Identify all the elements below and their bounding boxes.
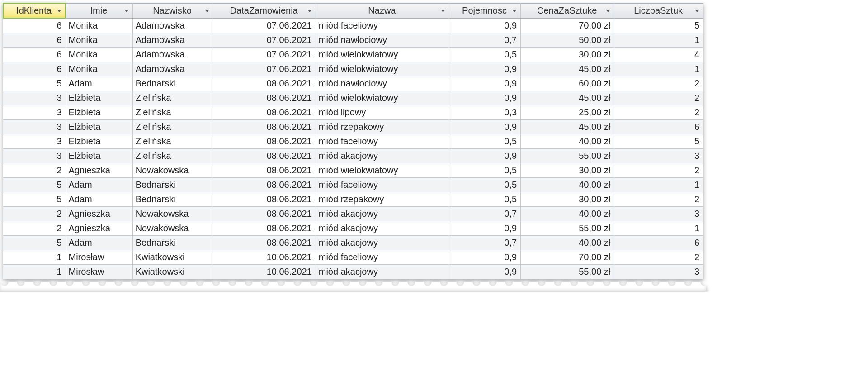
filter-dropdown-icon[interactable] — [694, 8, 700, 14]
cell-cena[interactable]: 25,00 zł — [521, 105, 614, 120]
cell-imie[interactable]: Monika — [66, 18, 132, 33]
cell-data[interactable]: 08.06.2021 — [213, 149, 316, 163]
table-row[interactable]: 6MonikaAdamowska07.06.2021miód wielokwia… — [3, 48, 703, 62]
cell-cena[interactable]: 55,00 zł — [521, 149, 614, 163]
cell-nazwa[interactable]: miód faceliowy — [316, 134, 449, 149]
cell-nazwa[interactable]: miód wielokwiatowy — [316, 163, 449, 178]
table-row[interactable]: 6MonikaAdamowska07.06.2021miód nawłociow… — [3, 33, 703, 48]
cell-sztuk[interactable]: 3 — [614, 265, 703, 279]
cell-imie[interactable]: Adam — [66, 178, 132, 192]
cell-nazwisko[interactable]: Kwiatkowski — [132, 250, 213, 265]
filter-dropdown-icon[interactable] — [511, 8, 518, 14]
cell-id[interactable]: 3 — [3, 134, 66, 149]
cell-nazwisko[interactable]: Adamowska — [132, 18, 213, 33]
cell-cena[interactable]: 30,00 zł — [521, 163, 614, 178]
table-row[interactable]: 3ElżbietaZielińska08.06.2021miód rzepako… — [3, 120, 703, 134]
table-row[interactable]: 2AgnieszkaNowakowska08.06.2021miód wielo… — [3, 163, 703, 178]
table-row[interactable]: 1MirosławKwiatkowski10.06.2021miód akacj… — [3, 265, 703, 279]
cell-sztuk[interactable]: 5 — [614, 18, 703, 33]
cell-poj[interactable]: 0,9 — [449, 149, 521, 163]
table-row[interactable]: 1MirosławKwiatkowski10.06.2021miód facel… — [3, 250, 703, 265]
cell-imie[interactable]: Elżbieta — [66, 134, 132, 149]
cell-nazwisko[interactable]: Bednarski — [132, 178, 213, 192]
filter-dropdown-icon[interactable] — [123, 8, 130, 14]
cell-cena[interactable]: 45,00 zł — [521, 91, 614, 105]
column-header-poj[interactable]: Pojemnosc — [449, 3, 521, 18]
cell-data[interactable]: 08.06.2021 — [213, 207, 316, 221]
cell-imie[interactable]: Monika — [66, 48, 132, 62]
cell-poj[interactable]: 0,9 — [449, 91, 521, 105]
cell-poj[interactable]: 0,7 — [449, 207, 521, 221]
cell-data[interactable]: 08.06.2021 — [213, 91, 316, 105]
cell-nazwa[interactable]: miód akacjowy — [316, 221, 449, 236]
cell-sztuk[interactable]: 1 — [614, 178, 703, 192]
cell-nazwisko[interactable]: Adamowska — [132, 48, 213, 62]
cell-nazwisko[interactable]: Nowakowska — [132, 163, 213, 178]
cell-id[interactable]: 1 — [3, 250, 66, 265]
cell-cena[interactable]: 45,00 zł — [521, 62, 614, 76]
cell-imie[interactable]: Elżbieta — [66, 91, 132, 105]
cell-cena[interactable]: 30,00 zł — [521, 192, 614, 207]
cell-id[interactable]: 2 — [3, 163, 66, 178]
cell-cena[interactable]: 55,00 zł — [521, 265, 614, 279]
cell-data[interactable]: 07.06.2021 — [213, 62, 316, 76]
cell-sztuk[interactable]: 2 — [614, 105, 703, 120]
cell-imie[interactable]: Adam — [66, 76, 132, 91]
cell-data[interactable]: 08.06.2021 — [213, 163, 316, 178]
cell-nazwa[interactable]: miód wielokwiatowy — [316, 48, 449, 62]
cell-nazwisko[interactable]: Zielińska — [132, 105, 213, 120]
cell-id[interactable]: 3 — [3, 105, 66, 120]
column-header-imie[interactable]: Imie — [66, 3, 132, 18]
cell-nazwa[interactable]: miód akacjowy — [316, 265, 449, 279]
cell-nazwa[interactable]: miód faceliowy — [316, 178, 449, 192]
cell-imie[interactable]: Monika — [66, 62, 132, 76]
cell-nazwa[interactable]: miód akacjowy — [316, 149, 449, 163]
cell-sztuk[interactable]: 6 — [614, 120, 703, 134]
cell-data[interactable]: 10.06.2021 — [213, 265, 316, 279]
cell-poj[interactable]: 0,9 — [449, 250, 521, 265]
cell-nazwisko[interactable]: Zielińska — [132, 134, 213, 149]
cell-poj[interactable]: 0,9 — [449, 18, 521, 33]
cell-cena[interactable]: 40,00 zł — [521, 178, 614, 192]
cell-sztuk[interactable]: 1 — [614, 221, 703, 236]
filter-dropdown-icon[interactable] — [56, 8, 62, 14]
cell-imie[interactable]: Monika — [66, 33, 132, 48]
table-row[interactable]: 6MonikaAdamowska07.06.2021miód wielokwia… — [3, 62, 703, 76]
cell-id[interactable]: 3 — [3, 91, 66, 105]
datasheet-table[interactable]: IdKlientaImieNazwiskoDataZamowieniaNazwa… — [3, 3, 703, 279]
cell-imie[interactable]: Agnieszka — [66, 207, 132, 221]
cell-cena[interactable]: 40,00 zł — [521, 236, 614, 250]
cell-imie[interactable]: Elżbieta — [66, 120, 132, 134]
cell-cena[interactable]: 45,00 zł — [521, 120, 614, 134]
cell-id[interactable]: 6 — [3, 33, 66, 48]
cell-nazwa[interactable]: miód faceliowy — [316, 250, 449, 265]
cell-id[interactable]: 5 — [3, 236, 66, 250]
table-row[interactable]: 6MonikaAdamowska07.06.2021miód faceliowy… — [3, 18, 703, 33]
cell-cena[interactable]: 70,00 zł — [521, 250, 614, 265]
cell-data[interactable]: 10.06.2021 — [213, 250, 316, 265]
cell-poj[interactable]: 0,9 — [449, 120, 521, 134]
cell-sztuk[interactable]: 2 — [614, 76, 703, 91]
cell-cena[interactable]: 50,00 zł — [521, 33, 614, 48]
cell-id[interactable]: 3 — [3, 120, 66, 134]
table-row[interactable]: 5AdamBednarski08.06.2021miód faceliowy0,… — [3, 178, 703, 192]
cell-poj[interactable]: 0,5 — [449, 178, 521, 192]
column-header-nazwisko[interactable]: Nazwisko — [132, 3, 213, 18]
cell-nazwisko[interactable]: Zielińska — [132, 149, 213, 163]
cell-nazwisko[interactable]: Nowakowska — [132, 221, 213, 236]
cell-sztuk[interactable]: 2 — [614, 163, 703, 178]
cell-imie[interactable]: Mirosław — [66, 250, 132, 265]
cell-imie[interactable]: Mirosław — [66, 265, 132, 279]
cell-nazwisko[interactable]: Kwiatkowski — [132, 265, 213, 279]
cell-sztuk[interactable]: 6 — [614, 236, 703, 250]
cell-poj[interactable]: 0,5 — [449, 192, 521, 207]
cell-cena[interactable]: 40,00 zł — [521, 134, 614, 149]
cell-poj[interactable]: 0,9 — [449, 62, 521, 76]
cell-imie[interactable]: Adam — [66, 236, 132, 250]
cell-poj[interactable]: 0,9 — [449, 265, 521, 279]
table-row[interactable]: 5AdamBednarski08.06.2021miód rzepakowy0,… — [3, 192, 703, 207]
column-header-id[interactable]: IdKlienta — [3, 3, 66, 18]
column-header-nazwa[interactable]: Nazwa — [316, 3, 449, 18]
cell-nazwa[interactable]: miód nawłociowy — [316, 33, 449, 48]
cell-poj[interactable]: 0,5 — [449, 134, 521, 149]
